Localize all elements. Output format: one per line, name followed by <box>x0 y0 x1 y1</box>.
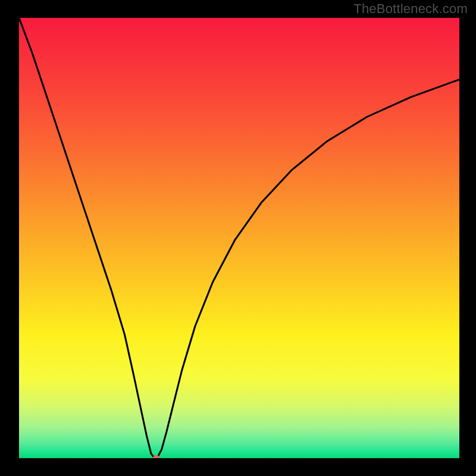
watermark-text: TheBottleneck.com <box>353 1 468 17</box>
chart-frame: TheBottleneck.com <box>0 0 476 476</box>
plot-area <box>19 18 459 458</box>
bottleneck-chart <box>19 18 459 458</box>
gradient-background <box>19 18 459 458</box>
